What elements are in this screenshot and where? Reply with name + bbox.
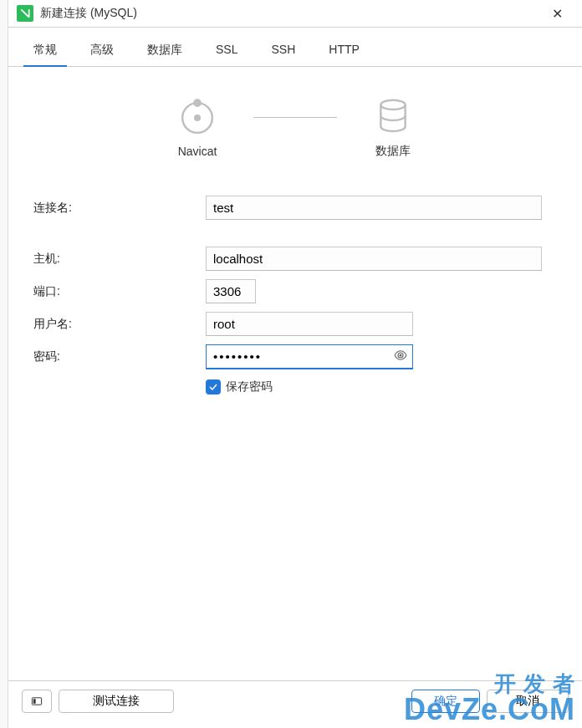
connection-line: [253, 117, 337, 118]
cancel-button[interactable]: 取消: [487, 690, 569, 713]
port-input[interactable]: [206, 279, 256, 303]
row-user: 用户名:: [33, 312, 552, 336]
row-name: 连接名:: [33, 196, 552, 220]
client-node: Navicat: [151, 96, 243, 158]
client-label: Navicat: [178, 145, 217, 158]
tab-bar: 常规 高级 数据库 SSL SSH HTTP: [8, 28, 582, 67]
row-port: 端口:: [33, 279, 552, 303]
left-gutter: [0, 0, 8, 728]
svg-rect-6: [33, 699, 36, 704]
tab-advanced[interactable]: 高级: [80, 38, 124, 66]
tab-ssh[interactable]: SSH: [261, 38, 305, 66]
navicat-app-icon: [17, 5, 33, 22]
user-label: 用户名:: [33, 317, 206, 332]
tab-http[interactable]: HTTP: [319, 38, 370, 66]
connection-diagram: Navicat 数据库: [8, 67, 582, 179]
window-title: 新建连接 (MySQL): [40, 6, 540, 21]
svg-point-2: [194, 115, 201, 121]
row-password: 密码:: [33, 344, 552, 369]
name-input[interactable]: [206, 196, 542, 220]
row-save-password: 保存密码: [206, 379, 552, 395]
svg-point-4: [400, 354, 402, 357]
save-password-checkbox[interactable]: [206, 379, 221, 395]
form: 连接名: 主机: 端口: 用户名: 密码: 保存密码: [8, 179, 582, 395]
save-password-label: 保存密码: [226, 379, 273, 395]
name-label: 连接名:: [33, 201, 206, 216]
test-connection-button[interactable]: 测试连接: [59, 690, 174, 713]
password-input[interactable]: [207, 345, 389, 368]
row-host: 主机:: [33, 247, 552, 271]
host-input[interactable]: [206, 247, 542, 271]
close-button[interactable]: ✕: [540, 6, 574, 22]
host-label: 主机:: [33, 252, 206, 267]
navicat-icon: [176, 96, 219, 140]
eye-icon[interactable]: [389, 348, 412, 365]
panel-icon: [31, 695, 43, 707]
database-icon: [371, 95, 415, 139]
svg-point-1: [193, 99, 202, 107]
tab-ssl[interactable]: SSL: [206, 38, 248, 66]
titlebar: 新建连接 (MySQL) ✕: [8, 0, 582, 28]
port-label: 端口:: [33, 284, 206, 299]
svg-point-3: [380, 100, 405, 109]
user-input[interactable]: [206, 312, 413, 336]
server-label: 数据库: [375, 144, 411, 159]
password-label: 密码:: [33, 349, 206, 364]
password-field-wrap: [206, 344, 413, 369]
footer: 测试连接 确定 取消: [8, 680, 582, 721]
tab-database[interactable]: 数据库: [137, 38, 192, 66]
options-button[interactable]: [22, 690, 52, 713]
ok-button[interactable]: 确定: [411, 690, 480, 713]
server-node: 数据库: [347, 95, 439, 159]
tab-general[interactable]: 常规: [23, 38, 67, 66]
